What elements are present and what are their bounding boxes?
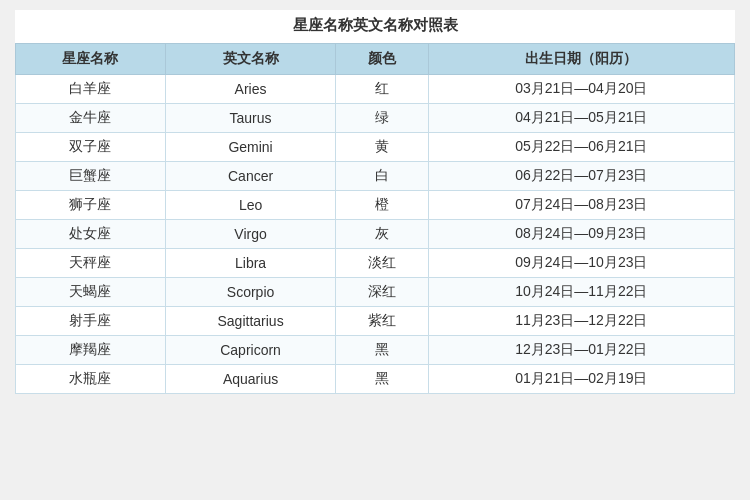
cell-english: Gemini [165, 133, 336, 162]
cell-dates: 12月23日—01月22日 [428, 336, 734, 365]
table-header-row: 星座名称 英文名称 颜色 出生日期（阳历） [16, 44, 735, 75]
cell-dates: 01月21日—02月19日 [428, 365, 734, 394]
cell-chinese: 狮子座 [16, 191, 166, 220]
cell-dates: 03月21日—04月20日 [428, 75, 734, 104]
cell-english: Scorpio [165, 278, 336, 307]
table-row: 天蝎座Scorpio深红10月24日—11月22日 [16, 278, 735, 307]
cell-english: Aquarius [165, 365, 336, 394]
main-container: 星座名称英文名称对照表 星座名称 英文名称 颜色 出生日期（阳历） 白羊座Ari… [15, 10, 735, 394]
cell-chinese: 射手座 [16, 307, 166, 336]
cell-dates: 08月24日—09月23日 [428, 220, 734, 249]
cell-color: 深红 [336, 278, 428, 307]
cell-color: 黑 [336, 336, 428, 365]
cell-color: 紫红 [336, 307, 428, 336]
table-row: 巨蟹座Cancer白06月22日—07月23日 [16, 162, 735, 191]
cell-chinese: 水瓶座 [16, 365, 166, 394]
cell-dates: 06月22日—07月23日 [428, 162, 734, 191]
cell-color: 橙 [336, 191, 428, 220]
cell-color: 黑 [336, 365, 428, 394]
cell-english: Taurus [165, 104, 336, 133]
cell-dates: 09月24日—10月23日 [428, 249, 734, 278]
cell-color: 灰 [336, 220, 428, 249]
col-header-dates: 出生日期（阳历） [428, 44, 734, 75]
cell-english: Cancer [165, 162, 336, 191]
col-header-chinese: 星座名称 [16, 44, 166, 75]
cell-color: 淡红 [336, 249, 428, 278]
cell-english: Virgo [165, 220, 336, 249]
cell-chinese: 巨蟹座 [16, 162, 166, 191]
table-row: 摩羯座Capricorn黑12月23日—01月22日 [16, 336, 735, 365]
cell-dates: 05月22日—06月21日 [428, 133, 734, 162]
cell-chinese: 天蝎座 [16, 278, 166, 307]
table-row: 双子座Gemini黄05月22日—06月21日 [16, 133, 735, 162]
cell-color: 黄 [336, 133, 428, 162]
cell-dates: 04月21日—05月21日 [428, 104, 734, 133]
table-row: 金牛座Taurus绿04月21日—05月21日 [16, 104, 735, 133]
cell-english: Libra [165, 249, 336, 278]
col-header-english: 英文名称 [165, 44, 336, 75]
cell-chinese: 处女座 [16, 220, 166, 249]
cell-english: Sagittarius [165, 307, 336, 336]
table-row: 水瓶座Aquarius黑01月21日—02月19日 [16, 365, 735, 394]
cell-dates: 07月24日—08月23日 [428, 191, 734, 220]
cell-color: 红 [336, 75, 428, 104]
cell-dates: 10月24日—11月22日 [428, 278, 734, 307]
cell-chinese: 天秤座 [16, 249, 166, 278]
page-title: 星座名称英文名称对照表 [15, 10, 735, 43]
cell-chinese: 白羊座 [16, 75, 166, 104]
table-row: 射手座Sagittarius紫红11月23日—12月22日 [16, 307, 735, 336]
cell-chinese: 金牛座 [16, 104, 166, 133]
cell-english: Capricorn [165, 336, 336, 365]
cell-color: 白 [336, 162, 428, 191]
table-row: 天秤座Libra淡红09月24日—10月23日 [16, 249, 735, 278]
col-header-color: 颜色 [336, 44, 428, 75]
zodiac-table: 星座名称 英文名称 颜色 出生日期（阳历） 白羊座Aries红03月21日—04… [15, 43, 735, 394]
table-row: 狮子座Leo橙07月24日—08月23日 [16, 191, 735, 220]
cell-chinese: 摩羯座 [16, 336, 166, 365]
cell-color: 绿 [336, 104, 428, 133]
cell-english: Aries [165, 75, 336, 104]
cell-english: Leo [165, 191, 336, 220]
table-row: 处女座Virgo灰08月24日—09月23日 [16, 220, 735, 249]
cell-chinese: 双子座 [16, 133, 166, 162]
table-row: 白羊座Aries红03月21日—04月20日 [16, 75, 735, 104]
cell-dates: 11月23日—12月22日 [428, 307, 734, 336]
